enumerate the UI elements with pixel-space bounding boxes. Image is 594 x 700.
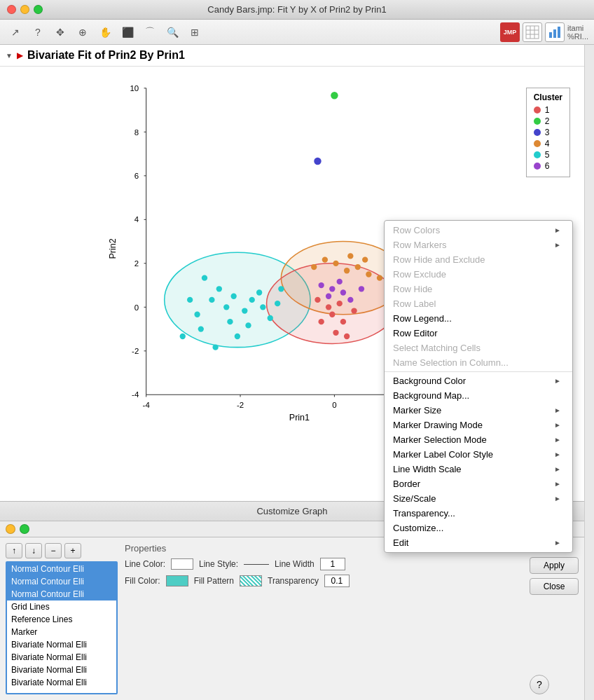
svg-point-44 [227,319,233,324]
menu-customize[interactable]: Customize... [385,521,572,535]
fill-color-swatch[interactable] [166,575,188,586]
fill-color-row: Fill Color: Fill Pattern Transparency [125,575,523,587]
list-remove-button[interactable]: − [45,543,62,558]
menu-row-exclude[interactable]: Row Exclude [385,267,572,282]
line-color-swatch[interactable] [171,558,193,570]
menu-row-colors[interactable]: Row Colors ► [385,223,572,238]
line-width-input[interactable] [320,558,345,570]
crosshair-tool[interactable]: ⊕ [73,22,92,42]
list-item[interactable]: Marker [7,626,116,638]
cluster-legend: Cluster 1 2 3 4 [526,88,570,177]
toolbar-label: itami%RI... [567,24,588,41]
close-button[interactable] [7,5,16,14]
menu-select-matching-label: Select Matching Cells [393,343,481,353]
magnify-tool[interactable]: 🔍 [163,22,182,42]
menu-line-width-scale-label: Line Width Scale [393,464,462,474]
list-item[interactable]: Reference Lines [7,613,116,626]
list-item[interactable]: Bivariate Normal Elli [7,638,116,651]
list-item[interactable]: Bivariate Normal Elli [7,651,116,664]
report-menu-triangle[interactable]: ▶ [17,50,23,60]
fill-pattern-label: Fill Pattern [194,576,234,586]
menu-background-color-label: Background Color [393,376,466,386]
menu-row-colors-label: Row Colors [393,225,440,235]
menu-row-label[interactable]: Row Label [385,296,572,311]
menu-select-matching[interactable]: Select Matching Cells [385,341,572,355]
menu-border[interactable]: Border ► [385,476,572,491]
menu-row-hide[interactable]: Row Hide [385,282,572,296]
list-item[interactable]: Normal Contour Elli [7,575,116,588]
minimize-button[interactable] [20,5,29,14]
window-controls[interactable] [7,5,43,14]
svg-text:0: 0 [134,303,139,312]
list-item[interactable]: Bivariate Normal Elli [7,676,116,689]
menu-size-scale-label: Size/Scale [393,493,436,504]
jmp-icon[interactable]: JMP [500,22,520,42]
menu-row-editor[interactable]: Row Editor [385,326,572,341]
menu-marker-selection-mode-label: Marker Selection Mode [393,434,487,445]
list-down-button[interactable]: ↓ [25,543,42,558]
hand-tool[interactable]: ✋ [95,22,115,42]
line-color-row: Line Color: Line Style: ——— Line Width [125,558,523,570]
menu-row-legend[interactable]: Row Legend... [385,311,572,326]
help-button[interactable]: ? [530,675,549,694]
menu-row-hide-exclude[interactable]: Row Hide and Exclude [385,252,572,267]
close-button[interactable]: Close [530,578,579,595]
svg-point-52 [245,322,251,328]
list-item[interactable]: Bivariate Normal Elli [7,664,116,676]
maximize-button[interactable] [34,5,43,14]
svg-point-73 [340,319,346,324]
scrollbar[interactable] [584,45,594,700]
svg-point-76 [333,330,338,336]
svg-text:Prin2: Prin2 [108,238,118,259]
menu-background-map[interactable]: Background Map... [385,388,572,403]
legend-item-3: 3 [534,128,562,137]
stamp-tool[interactable]: ⬛ [118,22,137,42]
menu-transparency[interactable]: Transparency... [385,506,572,521]
list-add-button[interactable]: + [64,543,81,558]
move-tool[interactable]: ✥ [50,22,70,42]
collapse-arrow[interactable]: ▼ [6,52,13,60]
item-list[interactable]: Normal Contour Elli Normal Contour Elli … [6,561,118,694]
menu-line-width-scale-arrow: ► [554,465,561,473]
svg-point-48 [260,304,265,310]
chart-icon[interactable] [545,22,565,42]
svg-point-68 [347,253,353,259]
menu-marker-selection-mode[interactable]: Marker Selection Mode ► [385,432,572,447]
list-up-button[interactable]: ↑ [6,543,22,558]
transparency-input[interactable] [324,575,350,587]
menu-marker-drawing-mode-label: Marker Drawing Mode [393,420,483,430]
menu-marker-size[interactable]: Marker Size ► [385,403,572,418]
menu-transparency-label: Transparency... [393,508,455,519]
line-style-value[interactable]: ——— [244,559,269,569]
help-tool[interactable]: ? [28,22,48,42]
menu-border-arrow: ► [554,480,561,488]
menu-name-selection[interactable]: Name Selection in Column... [385,355,572,370]
svg-text:4: 4 [134,216,139,224]
select-plus-tool[interactable]: ⊞ [185,22,205,42]
transparency-label: Transparency [268,576,319,586]
arrow-tool[interactable]: ↗ [6,22,25,42]
menu-marker-drawing-mode[interactable]: Marker Drawing Mode ► [385,418,572,432]
list-item[interactable]: Normal Contour Elli [7,563,116,575]
list-item[interactable]: Grid Lines [7,601,116,613]
lasso-tool[interactable]: ⌒ [140,22,160,42]
svg-point-65 [377,275,382,281]
table-icon[interactable] [523,22,542,42]
menu-background-color[interactable]: Background Color ► [385,373,572,388]
svg-point-70 [326,304,331,310]
menu-edit-label: Edit [393,537,408,548]
svg-text:-2: -2 [132,347,139,355]
list-item[interactable]: Normal Contour Elli [7,588,116,601]
menu-edit[interactable]: Edit ► [385,535,572,550]
legend-color-4 [534,140,541,147]
menu-row-markers[interactable]: Row Markers ► [385,238,572,252]
svg-point-47 [256,289,262,295]
menu-line-width-scale[interactable]: Line Width Scale ► [385,462,572,476]
fill-pattern-swatch[interactable] [240,575,262,586]
legend-color-6 [534,163,541,170]
apply-button[interactable]: Apply [530,557,579,574]
menu-marker-label-color[interactable]: Marker Label Color Style ► [385,447,572,462]
menu-row-legend-label: Row Legend... [393,313,452,324]
menu-size-scale[interactable]: Size/Scale ► [385,491,572,506]
context-menu[interactable]: Row Colors ► Row Markers ► Row Hide and … [384,220,573,553]
